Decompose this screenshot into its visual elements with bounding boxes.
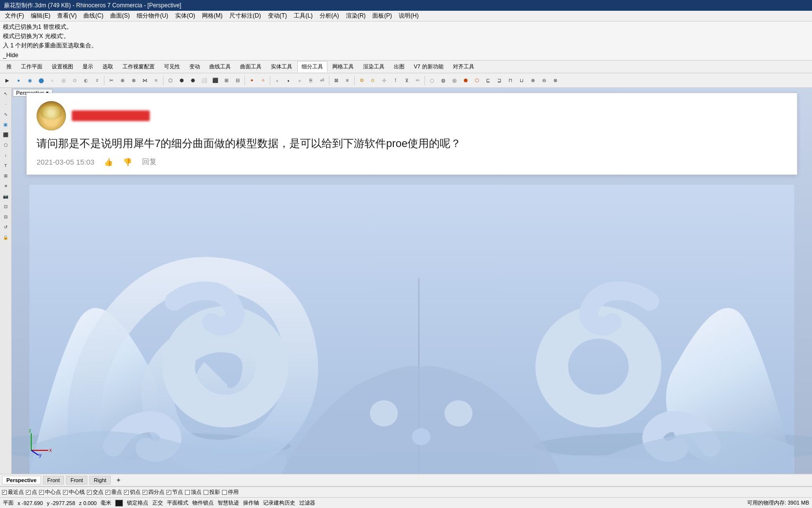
dislike-button[interactable]: 👎 bbox=[123, 158, 132, 167]
sidebar-select-icon[interactable]: ↖ bbox=[1, 89, 11, 99]
sidebar-curve-icon[interactable]: ∿ bbox=[1, 109, 11, 119]
menu-view[interactable]: 查看(V) bbox=[54, 11, 80, 21]
tab-visibility[interactable]: 可见性 bbox=[160, 61, 184, 72]
tab-right[interactable]: Right bbox=[89, 476, 111, 485]
menu-dimension[interactable]: 尺寸标注(D) bbox=[226, 11, 264, 21]
toolbar-icon-3[interactable]: ◉ bbox=[24, 75, 35, 86]
menu-subd[interactable]: 细分物件(U) bbox=[134, 11, 171, 21]
toolbar-icon-4[interactable]: ⬤ bbox=[36, 75, 46, 86]
toolbar-icon-28[interactable]: ⊠ bbox=[331, 75, 342, 86]
toolbar-icon-23[interactable]: ⬦ bbox=[272, 75, 283, 86]
sidebar-block-icon[interactable]: ⊡ bbox=[1, 202, 11, 212]
toolbar-icon-19[interactable]: ⊞ bbox=[221, 75, 232, 86]
toolbar-icon-15[interactable]: ⬢ bbox=[176, 75, 187, 86]
toolbar-icon-num[interactable]: 2 bbox=[92, 75, 102, 86]
planar-label[interactable]: 平面模式 bbox=[167, 499, 188, 507]
tab-surface-tools[interactable]: 曲面工具 bbox=[236, 61, 266, 72]
sidebar-light-icon[interactable]: ☀ bbox=[1, 181, 11, 191]
snap-grid-label[interactable]: 锁定格点 bbox=[127, 499, 148, 507]
toolbar-icon-27[interactable]: ⏎ bbox=[317, 75, 327, 86]
sidebar-dim-icon[interactable]: ↕ bbox=[1, 150, 11, 160]
toolbar-icon-33[interactable]: ⊺ bbox=[390, 75, 401, 86]
sidebar-group-icon[interactable]: ⊟ bbox=[1, 212, 11, 222]
snap-perp[interactable]: 垂点 bbox=[105, 488, 122, 496]
toolbar-icon-41[interactable]: ⊑ bbox=[483, 75, 493, 86]
snap-perp-checkbox[interactable] bbox=[105, 490, 110, 495]
toolbar-icon-46[interactable]: ⊖ bbox=[539, 75, 549, 86]
toolbar-icon-20[interactable]: ⊟ bbox=[232, 75, 243, 86]
toolbar-icon-43[interactable]: ⊓ bbox=[505, 75, 516, 86]
toolbar-icon-10[interactable]: ⊕ bbox=[117, 75, 128, 86]
toolbar-icon-26[interactable]: ⎘ bbox=[305, 75, 316, 86]
snap-tan[interactable]: 切点 bbox=[124, 488, 141, 496]
tab-transform[interactable]: 变动 bbox=[185, 61, 204, 72]
snap-center[interactable]: 中心点 bbox=[39, 488, 61, 496]
snap-knot[interactable]: 节点 bbox=[166, 488, 183, 496]
snap-project[interactable]: 投影 bbox=[203, 488, 220, 496]
toolbar-icon-34[interactable]: ⊻ bbox=[401, 75, 412, 86]
snap-quad-checkbox[interactable] bbox=[142, 490, 147, 495]
smarttrack-label[interactable]: 智慧轨迹 bbox=[218, 499, 239, 507]
tab-front-1[interactable]: Front bbox=[43, 476, 64, 485]
sidebar-hatch-icon[interactable]: ⊞ bbox=[1, 171, 11, 181]
snap-nearest[interactable]: 最近点 bbox=[2, 488, 24, 496]
tab-render-tools[interactable]: 渲染工具 bbox=[359, 61, 389, 72]
snap-knot-checkbox[interactable] bbox=[166, 490, 171, 495]
toolbar-icon-22[interactable]: ✧ bbox=[258, 75, 268, 86]
toolbar-icon-16[interactable]: ⬣ bbox=[187, 75, 198, 86]
tab-perspective[interactable]: Perspective bbox=[2, 476, 41, 485]
toolbar-icon-7[interactable]: ⊙ bbox=[69, 75, 80, 86]
sidebar-surface-icon[interactable]: ▣ bbox=[1, 120, 11, 129]
toolbar-icon-35[interactable]: ✏ bbox=[412, 75, 423, 86]
toolbar-icon-31[interactable]: ⛭ bbox=[367, 75, 378, 86]
toolbar-icon-45[interactable]: ⊕ bbox=[528, 75, 538, 86]
snap-project-checkbox[interactable] bbox=[203, 490, 208, 495]
menu-help[interactable]: 说明(H) bbox=[396, 11, 422, 21]
snap-quad[interactable]: 四分点 bbox=[142, 488, 164, 496]
menu-analysis[interactable]: 分析(A) bbox=[317, 11, 342, 21]
sidebar-lock-icon[interactable]: 🔒 bbox=[1, 233, 11, 242]
tab-align[interactable]: 对齐工具 bbox=[448, 61, 479, 72]
toolbar-icon-36[interactable]: ◌ bbox=[426, 75, 437, 86]
menu-curve[interactable]: 曲线(C) bbox=[81, 11, 106, 21]
menu-surface[interactable]: 曲面(S) bbox=[107, 11, 133, 21]
snap-intersection-checkbox[interactable] bbox=[87, 490, 92, 495]
sidebar-history-icon[interactable]: ↺ bbox=[1, 222, 11, 232]
toolbar-icon-21[interactable]: ✦ bbox=[246, 75, 257, 86]
toolbar-icon-40[interactable]: ⬠ bbox=[471, 75, 482, 86]
tab-front-2[interactable]: Front bbox=[66, 476, 87, 485]
snap-midpoint-checkbox[interactable] bbox=[63, 490, 68, 495]
toolbar-icon-29[interactable]: ≡ bbox=[342, 75, 353, 86]
toolbar-icon-25[interactable]: ⬨ bbox=[294, 75, 305, 86]
toolbar-icon-44[interactable]: ⊔ bbox=[516, 75, 527, 86]
tab-display[interactable]: 显示 bbox=[78, 61, 98, 72]
toolbar-icon-18[interactable]: ⬛ bbox=[210, 75, 221, 86]
toolbar-icon-9[interactable]: ✂ bbox=[106, 75, 117, 86]
menu-edit[interactable]: 编辑(E) bbox=[28, 11, 53, 21]
snap-intersection[interactable]: 交点 bbox=[87, 488, 103, 496]
osnap-label[interactable]: 物件锁点 bbox=[192, 499, 214, 507]
tab-v7-new[interactable]: V7 的新功能 bbox=[409, 61, 448, 72]
toolbar-icon-32[interactable]: ⊹ bbox=[379, 75, 389, 86]
tab-mesh-tools[interactable]: 网格工具 bbox=[328, 61, 358, 72]
toolbar-icon-42[interactable]: ⊒ bbox=[494, 75, 505, 86]
history-label[interactable]: 记录建构历史 bbox=[263, 499, 295, 507]
snap-point-checkbox[interactable] bbox=[26, 490, 31, 495]
sidebar-solid-icon[interactable]: ⬛ bbox=[1, 130, 11, 140]
sidebar-camera-icon[interactable]: 📷 bbox=[1, 191, 11, 201]
tab-viewport-config[interactable]: 工作视窗配置 bbox=[118, 61, 159, 72]
menu-file[interactable]: 文件(F) bbox=[2, 11, 27, 21]
menu-solid[interactable]: 实体(O) bbox=[172, 11, 198, 21]
snap-point[interactable]: 点 bbox=[26, 488, 37, 496]
sidebar-text-icon[interactable]: T bbox=[1, 161, 11, 170]
snap-vertex-checkbox[interactable] bbox=[185, 490, 190, 495]
toolbar-icon-13[interactable]: ⌗ bbox=[151, 75, 162, 86]
snap-vertex[interactable]: 顶点 bbox=[185, 488, 202, 496]
snap-midpoint[interactable]: 中心线 bbox=[63, 488, 85, 496]
ortho-label[interactable]: 正交 bbox=[152, 499, 163, 507]
menu-transform[interactable]: 变动(T) bbox=[265, 11, 290, 21]
tab-output[interactable]: 出图 bbox=[389, 61, 409, 72]
toolbar-icon-14[interactable]: ⬡ bbox=[165, 75, 176, 86]
like-button[interactable]: 👍 bbox=[104, 158, 113, 167]
snap-center-checkbox[interactable] bbox=[39, 490, 44, 495]
